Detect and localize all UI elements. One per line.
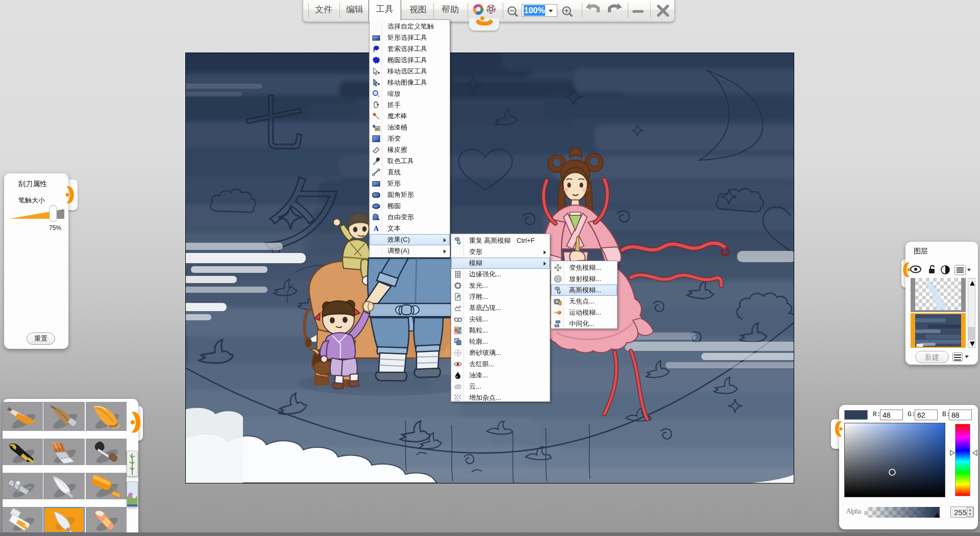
svg-text:七: 七 bbox=[246, 91, 303, 155]
